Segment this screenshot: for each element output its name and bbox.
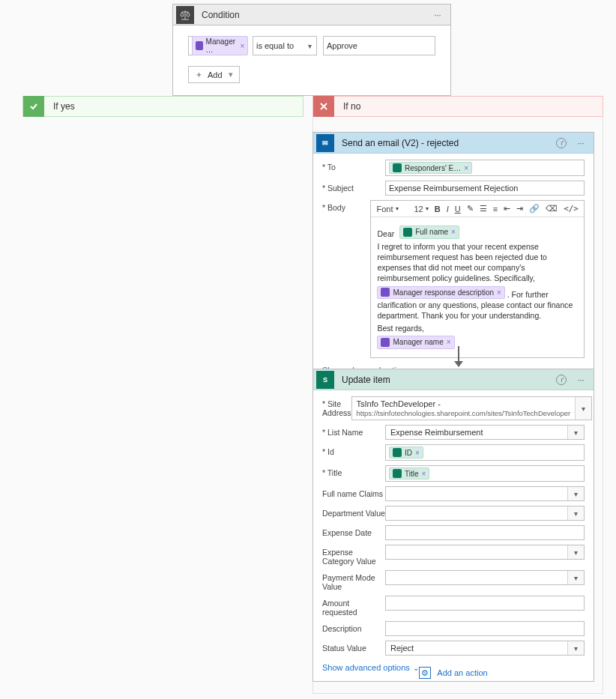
expense-date-input[interactable] bbox=[385, 525, 585, 540]
code-view-button[interactable]: </> bbox=[561, 204, 581, 214]
chevron-down-icon: ▾ bbox=[567, 641, 584, 655]
token-full-name[interactable]: Full name × bbox=[399, 226, 459, 239]
condition-header[interactable]: Condition ··· bbox=[173, 4, 450, 25]
indent-decrease-button[interactable]: ⇤ bbox=[501, 204, 513, 214]
id-input[interactable]: ID × bbox=[385, 444, 585, 461]
list-name-select[interactable]: Expense Reimbursement ▾ bbox=[385, 425, 585, 440]
condition-left-input[interactable]: Manager … × bbox=[188, 36, 247, 55]
token-label: ID bbox=[405, 449, 412, 457]
token-label: Manager name bbox=[393, 337, 443, 348]
token-remove-icon[interactable]: × bbox=[497, 288, 501, 298]
field-label-title: * Title bbox=[322, 465, 385, 477]
condition-operator-select[interactable]: is equal to ▾ bbox=[253, 36, 317, 55]
title-input[interactable]: Title × bbox=[385, 465, 585, 482]
outlook-icon: ✉ bbox=[316, 134, 334, 152]
email-body-content[interactable]: Dear Full name × I regret to inform you … bbox=[371, 217, 584, 357]
font-color-button[interactable]: ✎ bbox=[465, 204, 476, 214]
description-input[interactable] bbox=[385, 621, 585, 636]
token-label: Responders' E… bbox=[405, 164, 461, 172]
font-select[interactable]: Font▾ bbox=[374, 205, 410, 214]
email-body-editor[interactable]: Font▾ 12▾ B I U ✎ ☰ ≡ ⇤ ⇥ 🔗 ⌫ < bbox=[370, 200, 585, 358]
sharepoint-icon: S bbox=[316, 371, 334, 389]
branch-if-no[interactable]: If no bbox=[312, 96, 603, 117]
send-email-header[interactable]: ✉ Send an email (V2) - rejected ··· bbox=[313, 133, 594, 154]
site-address-select[interactable]: TsInfo TechDeveloper - https://tsinfotec… bbox=[351, 396, 593, 420]
token-label: Title bbox=[405, 470, 419, 478]
indent-increase-button[interactable]: ⇥ bbox=[514, 204, 525, 214]
condition-menu-button[interactable]: ··· bbox=[431, 10, 444, 19]
token-remove-icon[interactable]: × bbox=[415, 449, 420, 457]
update-item-card: S Update item ··· * Site Address TsInfo … bbox=[312, 369, 594, 682]
token-label: Manager … bbox=[206, 37, 238, 54]
dynamic-content-icon bbox=[393, 163, 402, 172]
add-action-button[interactable]: ⚙ Add an action bbox=[312, 667, 594, 679]
token-label: Manager response description bbox=[393, 288, 494, 298]
site-name: TsInfo TechDeveloper - bbox=[357, 399, 571, 408]
branch-if-yes[interactable]: If yes bbox=[22, 96, 304, 117]
list-name-value: Expense Reimbursement bbox=[386, 426, 567, 439]
field-label-amount: Amount requested bbox=[322, 596, 385, 617]
token-id[interactable]: ID × bbox=[389, 447, 423, 459]
update-item-title: Update item bbox=[342, 375, 556, 385]
status-select[interactable]: Reject ▾ bbox=[385, 641, 585, 656]
token-remove-icon[interactable]: × bbox=[451, 227, 456, 237]
field-label-fullname: Full name Claims bbox=[322, 486, 385, 498]
field-label-id: * Id bbox=[322, 444, 385, 456]
email-subject-input[interactable]: Expense Reimbursement Rejection bbox=[385, 181, 585, 196]
field-label-payment-mode: Payment Mode Value bbox=[322, 570, 385, 591]
token-remove-icon[interactable]: × bbox=[240, 42, 244, 50]
field-label-description: Description bbox=[322, 621, 385, 633]
dynamic-content-icon bbox=[403, 228, 412, 237]
payment-mode-select[interactable]: ▾ bbox=[385, 570, 585, 585]
token-manager[interactable]: Manager … × bbox=[192, 36, 248, 55]
site-url: https://tsinfotechnologies.sharepoint.co… bbox=[357, 409, 571, 417]
condition-add-button[interactable]: ＋ Add ▾ bbox=[188, 66, 240, 83]
branch-no-label: If no bbox=[343, 101, 360, 112]
field-label-status: Status Value bbox=[322, 641, 385, 653]
add-label: Add bbox=[208, 70, 223, 79]
action-menu-button[interactable]: ··· bbox=[574, 139, 588, 148]
token-remove-icon[interactable]: × bbox=[422, 470, 426, 478]
body-text: I regret to inform you that your recent … bbox=[377, 241, 578, 284]
department-select[interactable]: ▾ bbox=[385, 506, 585, 521]
token-manager-name[interactable]: Manager name × bbox=[377, 336, 454, 349]
dynamic-content-icon bbox=[393, 469, 402, 478]
condition-icon bbox=[176, 6, 194, 24]
amount-input[interactable] bbox=[385, 596, 585, 611]
field-label-expense-category: Expense Category Value bbox=[322, 545, 385, 566]
chevron-down-icon: ▾ bbox=[567, 571, 584, 584]
token-manager-response[interactable]: Manager response description × bbox=[377, 286, 504, 300]
expense-category-select[interactable]: ▾ bbox=[385, 545, 585, 560]
token-responders-email[interactable]: Responders' E… × bbox=[389, 162, 472, 174]
update-item-header[interactable]: S Update item ··· bbox=[313, 369, 594, 390]
condition-right-value: Approve bbox=[327, 41, 357, 50]
italic-button[interactable]: I bbox=[444, 205, 451, 214]
bold-button[interactable]: B bbox=[432, 205, 443, 214]
fullname-select[interactable]: ▾ bbox=[385, 486, 585, 501]
rich-text-toolbar: Font▾ 12▾ B I U ✎ ☰ ≡ ⇤ ⇥ 🔗 ⌫ < bbox=[371, 201, 584, 217]
token-remove-icon[interactable]: × bbox=[464, 164, 468, 172]
add-step-icon: ⚙ bbox=[419, 667, 431, 679]
link-button[interactable]: 🔗 bbox=[527, 204, 542, 214]
dynamic-content-icon bbox=[196, 41, 203, 50]
chevron-down-icon: ▾ bbox=[567, 426, 584, 439]
field-label-to: * To bbox=[322, 160, 385, 172]
underline-button[interactable]: U bbox=[453, 205, 463, 214]
token-label: Full name bbox=[415, 227, 448, 237]
clear-format-button[interactable]: ⌫ bbox=[543, 204, 560, 214]
chevron-down-icon: ▾ bbox=[567, 545, 584, 559]
field-label-body: * Body bbox=[322, 200, 370, 212]
email-to-input[interactable]: Responders' E… × bbox=[385, 160, 585, 176]
bullet-list-button[interactable]: ☰ bbox=[477, 204, 489, 214]
branch-yes-label: If yes bbox=[53, 101, 75, 112]
number-list-button[interactable]: ≡ bbox=[491, 205, 500, 214]
token-remove-icon[interactable]: × bbox=[447, 337, 451, 348]
font-size-select[interactable]: 12▾ bbox=[411, 205, 430, 214]
history-icon[interactable] bbox=[556, 138, 567, 148]
action-menu-button[interactable]: ··· bbox=[574, 375, 588, 384]
condition-right-input[interactable]: Approve bbox=[323, 36, 435, 55]
token-title[interactable]: Title × bbox=[389, 467, 429, 479]
body-text: Dear bbox=[377, 229, 394, 238]
history-icon[interactable] bbox=[556, 375, 567, 385]
body-text: Best regards, bbox=[377, 323, 578, 333]
